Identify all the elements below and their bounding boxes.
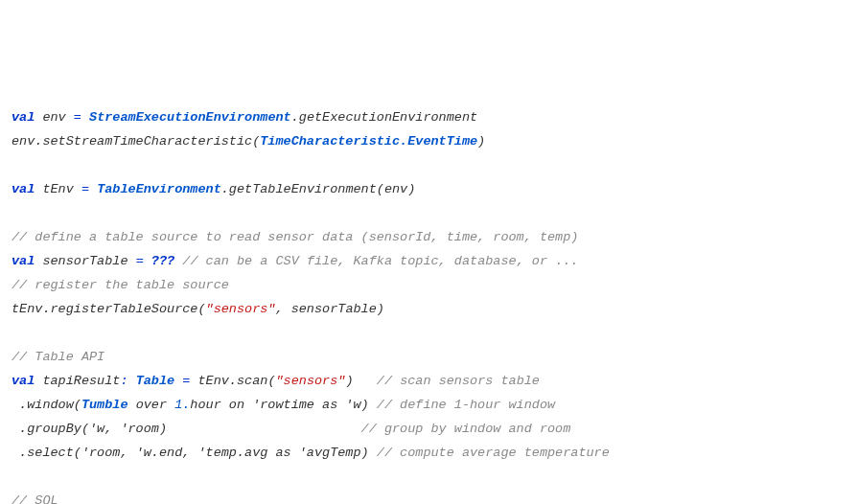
code-line: // define a table source to read sensor …	[12, 225, 845, 249]
code-line: tEnv.registerTableSource("sensors", sens…	[12, 297, 845, 321]
code-line: // register the table source	[12, 273, 845, 297]
code-line	[12, 321, 845, 345]
code-line: val env = StreamExecutionEnvironment.get…	[12, 105, 845, 129]
code-line: val sensorTable = ??? // can be a CSV fi…	[12, 249, 845, 273]
code-block: val env = StreamExecutionEnvironment.get…	[12, 105, 845, 504]
code-line	[12, 153, 845, 177]
code-line: // Table API	[12, 345, 845, 369]
code-line	[12, 465, 845, 489]
code-line: env.setStreamTimeCharacteristic(TimeChar…	[12, 129, 845, 153]
code-line: .groupBy('w, 'room) // group by window a…	[12, 417, 845, 441]
code-line: val tEnv = TableEnvironment.getTableEnvi…	[12, 177, 845, 201]
code-line: .select('room, 'w.end, 'temp.avg as 'avg…	[12, 441, 845, 465]
code-line: .window(Tumble over 1.hour on 'rowtime a…	[12, 393, 845, 417]
code-line: // SQL	[12, 489, 845, 504]
code-line	[12, 201, 845, 225]
code-line: val tapiResult: Table = tEnv.scan("senso…	[12, 369, 845, 393]
